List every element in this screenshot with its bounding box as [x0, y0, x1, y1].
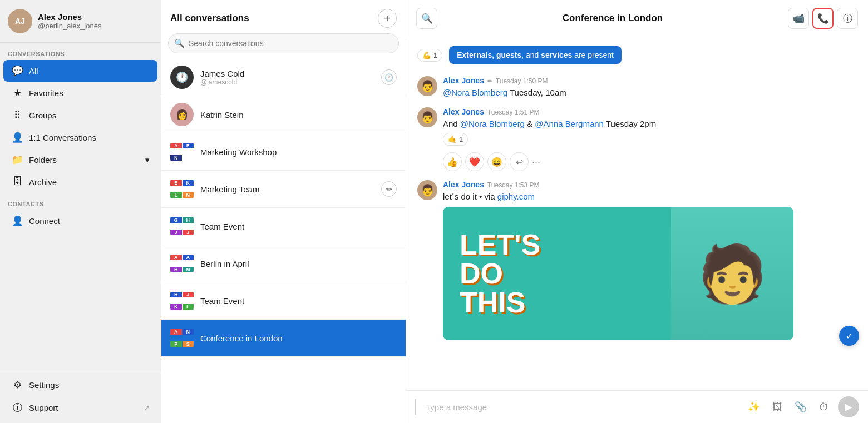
connect-icon: 👤: [11, 215, 23, 227]
sidebar-item-connect[interactable]: 👤 Connect: [3, 210, 157, 232]
scroll-down-button[interactable]: ✓: [839, 326, 859, 346]
more-reactions-button[interactable]: ···: [532, 156, 540, 168]
conv-name: Marketing Workshop: [200, 147, 397, 157]
message-group: 👨 Alex Jones Tuesday 1:51 PM And @Nora B…: [417, 107, 857, 171]
giphy-image: LET'S DO THIS 🧑: [443, 207, 793, 340]
msg-time: Tuesday 1:50 PM: [496, 77, 548, 85]
groups-icon: ⠿: [11, 110, 23, 121]
chat-header-actions: 📹 📞 ⓘ: [788, 8, 858, 29]
list-item[interactable]: 🕐 James Cold @jamescold 🕐: [161, 59, 406, 96]
msg-content: Alex Jones Tuesday 1:51 PM And @Nora Blo…: [443, 107, 857, 171]
avatar: E K L N: [170, 177, 194, 201]
info-button[interactable]: ⓘ: [837, 8, 858, 29]
msg-author: Alex Jones: [443, 180, 484, 189]
sidebar-item-support[interactable]: ⓘ Support ↗: [3, 396, 157, 419]
avatar: 👨: [417, 76, 437, 96]
sidebar-item-1on1-label: 1:1 Conversations: [29, 133, 96, 142]
avatar: AJ: [8, 9, 32, 33]
sidebar-item-archive[interactable]: 🗄 Archive: [3, 171, 157, 192]
mention: @Nora Blomberg: [460, 119, 525, 128]
list-item[interactable]: A E N Marketing Workshop: [161, 133, 406, 171]
star-icon: ★: [11, 87, 23, 99]
chat-main: 🔍 Conference in London 📹 📞 ⓘ 💪 1 Externa…: [406, 0, 868, 423]
conv-name: Marketing Team: [200, 185, 374, 194]
avatar: 👩: [170, 103, 194, 126]
search-icon: 🔍: [421, 13, 433, 24]
phone-call-button[interactable]: 📞: [812, 8, 834, 29]
list-item[interactable]: H J K L Team Event: [161, 282, 406, 320]
sparkle-button[interactable]: ✨: [744, 397, 763, 416]
sidebar-item-settings[interactable]: ⚙ Settings: [3, 374, 157, 396]
conv-name: James Cold: [200, 69, 374, 78]
conv-list-title: All conversations: [170, 13, 249, 24]
sidebar-item-favorites[interactable]: ★ Favorites: [3, 82, 157, 104]
list-item[interactable]: A N P S Conference in London: [161, 320, 406, 357]
sidebar-item-favorites-label: Favorites: [29, 88, 63, 98]
video-icon: 📹: [793, 13, 805, 24]
smiley-button[interactable]: 😄: [487, 152, 506, 171]
conv-name: Team Event: [200, 296, 397, 306]
profile-section: AJ Alex Jones @berlin_alex_jones: [0, 0, 161, 43]
chat-header: 🔍 Conference in London 📹 📞 ⓘ: [406, 0, 868, 37]
person-icon: 👤: [11, 132, 23, 143]
search-input[interactable]: [168, 33, 399, 53]
msg-author: Alex Jones: [443, 107, 484, 116]
edit-icon: ✏: [487, 78, 492, 84]
sidebar-item-archive-label: Archive: [29, 177, 57, 187]
image-button[interactable]: 🖼: [768, 397, 787, 416]
reaction-count: 1: [433, 51, 437, 59]
list-item[interactable]: A A H M Berlin in April: [161, 245, 406, 282]
conv-name: Conference in London: [200, 334, 397, 343]
profile-handle: @berlin_alex_jones: [38, 22, 101, 30]
msg-text: @Nora Blomberg Tuesday, 10am: [443, 87, 857, 98]
send-button[interactable]: ▶: [838, 396, 859, 417]
conv-badge: ✏: [381, 181, 397, 197]
giphy-link[interactable]: giphy.com: [497, 192, 535, 201]
list-item[interactable]: 👩 Katrin Stein: [161, 96, 406, 133]
message-group: 👨 Alex Jones Tuesday 1:53 PM let´s do it…: [417, 180, 857, 340]
chevron-down-icon: ▾: [145, 155, 150, 165]
sidebar-item-all[interactable]: 💬 All: [3, 60, 157, 82]
message-input[interactable]: [423, 398, 739, 416]
msg-time: Tuesday 1:53 PM: [487, 181, 540, 189]
emoji-reaction[interactable]: 💪 1: [417, 49, 442, 62]
search-chat-button[interactable]: 🔍: [416, 8, 437, 29]
sidebar-item-support-label: Support: [29, 403, 58, 412]
conv-name: Katrin Stein: [200, 110, 397, 120]
list-item[interactable]: G H J J Team Event: [161, 208, 406, 245]
contacts-label: CONTACTS: [0, 193, 161, 210]
video-call-button[interactable]: 📹: [788, 8, 809, 29]
chat-title: Conference in London: [437, 13, 788, 24]
external-link-icon: ↗: [144, 404, 150, 412]
top-reaction-row: 💪 1 Externals, guests, and services are …: [417, 46, 857, 66]
emoji-reaction[interactable]: 🤙 1: [443, 133, 468, 146]
mention: @Nora Blomberg: [443, 88, 507, 97]
sidebar-item-connect-label: Connect: [29, 216, 60, 226]
list-item[interactable]: E K L N Marketing Team ✏: [161, 171, 406, 208]
thumbs-up-button[interactable]: 👍: [443, 152, 462, 171]
avatar: A E N: [170, 140, 194, 163]
conv-name: Berlin in April: [200, 259, 397, 268]
avatar: A A H M: [170, 252, 194, 275]
avatar: A N P S: [170, 326, 194, 350]
sidebar-item-folders-label: Folders: [29, 155, 57, 165]
input-divider: [415, 399, 416, 415]
avatar: 🕐: [170, 66, 194, 89]
attach-button[interactable]: 📎: [791, 397, 810, 416]
sidebar-item-settings-label: Settings: [29, 380, 59, 390]
sidebar-item-1on1[interactable]: 👤 1:1 Conversations: [3, 127, 157, 148]
externals-banner: Externals, guests, and services are pres…: [449, 46, 622, 64]
add-conversation-button[interactable]: +: [378, 9, 397, 28]
sidebar-item-folders[interactable]: 📁 Folders ▾: [3, 149, 157, 171]
heart-button[interactable]: ❤️: [465, 152, 484, 171]
search-bar: 🔍: [168, 33, 399, 53]
sidebar-item-groups[interactable]: ⠿ Groups: [3, 104, 157, 126]
gear-icon: ⚙: [11, 379, 23, 391]
conv-list-header: All conversations +: [161, 0, 406, 33]
reaction-count: 1: [459, 135, 463, 143]
conv-name: Team Event: [200, 222, 397, 231]
timer-button[interactable]: ⏱: [815, 397, 834, 416]
sidebar-item-groups-label: Groups: [29, 111, 56, 120]
search-icon: 🔍: [174, 38, 185, 48]
reply-button[interactable]: ↩: [510, 152, 529, 171]
